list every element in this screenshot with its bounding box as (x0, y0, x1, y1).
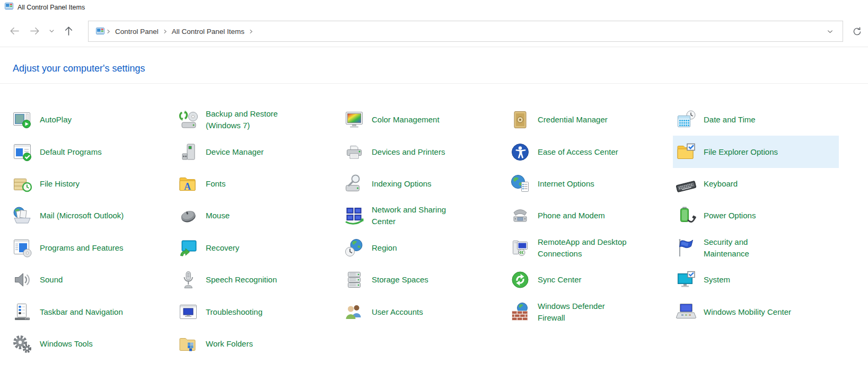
control-panel-item-label[interactable]: Internet Options (538, 178, 594, 190)
control-panel-item-label[interactable]: Mouse (206, 210, 230, 221)
control-panel-item-label[interactable]: Devices and Printers (372, 146, 445, 158)
control-panel-item-label[interactable]: System (704, 274, 730, 286)
control-panel-item-sound[interactable]: Sound (9, 264, 175, 296)
control-panel-item-label[interactable]: Keyboard (704, 178, 738, 190)
control-panel-item-region[interactable]: Region (341, 232, 507, 264)
control-panel-item-label[interactable]: Backup and Restore (Windows 7) (206, 108, 297, 131)
control-panel-item-file-history[interactable]: File History (9, 168, 175, 200)
control-panel-item-user-accounts[interactable]: User Accounts (341, 296, 507, 327)
power-options-icon (676, 206, 696, 226)
control-panel-item-autoplay[interactable]: AutoPlay (9, 104, 175, 136)
control-panel-item-keyboard[interactable]: Keyboard (673, 168, 839, 200)
control-panel-icon (5, 2, 13, 13)
control-panel-item-internet-options[interactable]: Internet Options (507, 168, 673, 200)
control-panel-item-programs-and-features[interactable]: Programs and Features (9, 232, 175, 264)
control-panel-item-default-programs[interactable]: Default Programs (9, 136, 175, 167)
control-panel-item-system[interactable]: System (673, 264, 839, 296)
control-panel-item-label[interactable]: Sound (40, 274, 63, 286)
control-panel-item-security-and-maintenance[interactable]: Security and Maintenance (673, 232, 839, 264)
control-panel-item-label[interactable]: Security and Maintenance (704, 236, 795, 260)
control-panel-items-grid: AutoPlay Backup and Restore (Windows 7) … (9, 104, 868, 360)
control-panel-item-label[interactable]: Work Folders (206, 338, 253, 350)
control-panel-item-work-folders[interactable]: Work Folders (175, 328, 341, 360)
control-panel-item-mail-microsoft-outlook[interactable]: Mail (Microsoft Outlook) (9, 200, 175, 232)
control-panel-item-sync-center[interactable]: Sync Center (507, 264, 673, 296)
control-panel-item-label[interactable]: Storage Spaces (372, 274, 428, 286)
color-management-icon (344, 110, 364, 130)
control-panel-item-label[interactable]: Fonts (206, 178, 226, 190)
control-panel-item-label[interactable]: Region (372, 242, 397, 254)
back-button[interactable] (4, 21, 24, 41)
control-panel-item-label[interactable]: Power Options (704, 210, 756, 221)
refresh-button[interactable] (847, 21, 866, 42)
control-panel-item-label[interactable]: Troubleshooting (206, 306, 262, 318)
control-panel-item-label[interactable]: RemoteApp and Desktop Connections (538, 236, 629, 260)
control-panel-item-label[interactable]: File History (40, 178, 80, 190)
control-panel-item-label[interactable]: Credential Manager (538, 114, 608, 126)
control-panel-item-label[interactable]: Phone and Modem (538, 210, 605, 221)
control-panel-item-label[interactable]: Ease of Access Center (538, 146, 618, 158)
control-panel-item-label[interactable]: User Accounts (372, 306, 423, 318)
control-panel-item-label[interactable]: Sync Center (538, 274, 582, 286)
control-panel-item-backup-and-restore-windows-7[interactable]: Backup and Restore (Windows 7) (175, 104, 341, 136)
control-panel-item-recovery[interactable]: Recovery (175, 232, 341, 264)
control-panel-item-speech-recognition[interactable]: Speech Recognition (175, 264, 341, 296)
chevron-right-icon[interactable] (247, 29, 255, 34)
control-panel-item-label[interactable]: Mail (Microsoft Outlook) (40, 210, 124, 221)
address-dropdown-chevron-icon[interactable] (823, 28, 837, 36)
control-panel-item-taskbar-and-navigation[interactable]: Taskbar and Navigation (9, 296, 175, 327)
control-panel-item-color-management[interactable]: Color Management (341, 104, 507, 136)
control-panel-item-phone-and-modem[interactable]: Phone and Modem (507, 200, 673, 232)
control-panel-item-fonts[interactable]: A Fonts (175, 168, 341, 200)
taskbar-navigation-icon (12, 302, 32, 322)
up-button[interactable] (58, 21, 78, 41)
security-maintenance-icon (676, 238, 696, 258)
control-panel-item-remoteapp-and-desktop-connections[interactable]: RemoteApp and Desktop Connections (507, 232, 673, 264)
control-panel-item-device-manager[interactable]: Device Manager (175, 136, 341, 167)
control-panel-item-label[interactable]: Default Programs (40, 146, 102, 158)
control-panel-item-windows-defender-firewall[interactable]: Windows Defender Firewall (507, 296, 673, 327)
control-panel-item-label[interactable]: Windows Mobility Center (704, 306, 791, 318)
control-panel-item-label[interactable]: Windows Defender Firewall (538, 300, 629, 324)
control-panel-item-network-and-sharing-center[interactable]: Network and Sharing Center (341, 200, 507, 232)
keyboard-icon (676, 174, 696, 194)
mouse-icon (178, 206, 198, 226)
control-panel-item-label[interactable]: Speech Recognition (206, 274, 277, 286)
forward-button[interactable] (24, 21, 45, 41)
nav-buttons (4, 15, 78, 47)
recent-locations-button[interactable] (45, 21, 58, 41)
autoplay-icon (12, 110, 32, 130)
control-panel-item-label[interactable]: Programs and Features (40, 242, 124, 254)
chevron-right-icon[interactable] (161, 29, 169, 34)
control-panel-item-label[interactable]: Windows Tools (40, 338, 93, 350)
control-panel-item-date-and-time[interactable]: Date and Time (673, 104, 839, 136)
network-sharing-icon (344, 206, 364, 226)
address-bar[interactable]: Control Panel All Control Panel Items (88, 21, 843, 42)
breadcrumb-control-panel[interactable]: Control Panel (112, 28, 161, 36)
control-panel-item-mouse[interactable]: Mouse (175, 200, 341, 232)
control-panel-item-label[interactable]: File Explorer Options (704, 146, 778, 158)
control-panel-item-label[interactable]: Network and Sharing Center (372, 204, 463, 227)
phone-modem-icon (510, 206, 530, 226)
control-panel-item-label[interactable]: AutoPlay (40, 114, 72, 126)
control-panel-item-ease-of-access-center[interactable]: Ease of Access Center (507, 136, 673, 167)
control-panel-item-label[interactable]: Date and Time (704, 114, 756, 126)
control-panel-item-file-explorer-options[interactable]: File Explorer Options (673, 136, 839, 167)
control-panel-item-credential-manager[interactable]: Credential Manager (507, 104, 673, 136)
control-panel-item-storage-spaces[interactable]: Storage Spaces (341, 264, 507, 296)
control-panel-item-devices-and-printers[interactable]: Devices and Printers (341, 136, 507, 167)
file-explorer-options-icon (676, 142, 696, 162)
control-panel-item-label[interactable]: Color Management (372, 114, 440, 126)
control-panel-item-windows-tools[interactable]: Windows Tools (9, 328, 175, 360)
ease-of-access-icon (510, 142, 530, 162)
breadcrumb-all-control-panel-items[interactable]: All Control Panel Items (169, 28, 247, 36)
control-panel-item-indexing-options[interactable]: Indexing Options (341, 168, 507, 200)
control-panel-item-troubleshooting[interactable]: Troubleshooting (175, 296, 341, 327)
control-panel-item-power-options[interactable]: Power Options (673, 200, 839, 232)
control-panel-item-label[interactable]: Taskbar and Navigation (40, 306, 123, 318)
control-panel-item-label[interactable]: Recovery (206, 242, 239, 254)
chevron-right-icon (104, 29, 112, 34)
control-panel-item-label[interactable]: Device Manager (206, 146, 264, 158)
control-panel-item-label[interactable]: Indexing Options (372, 178, 432, 190)
control-panel-item-windows-mobility-center[interactable]: Windows Mobility Center (673, 296, 839, 327)
